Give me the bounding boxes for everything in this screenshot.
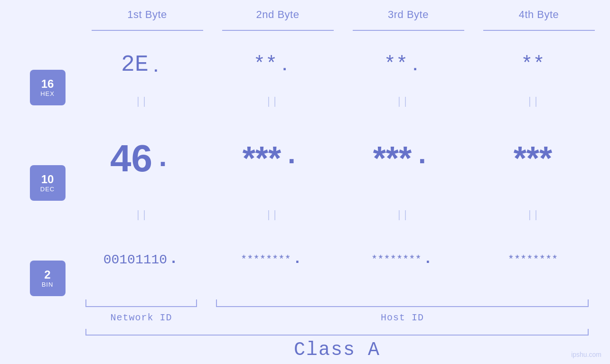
eq-sign-1-2: ||	[206, 95, 337, 108]
hex-row: 2E . ** . ** . **	[76, 35, 610, 94]
bracket-4	[474, 25, 604, 35]
bin-badge-number: 2	[44, 269, 50, 281]
dec-dot-3: .	[413, 140, 431, 177]
bracket-line-4	[483, 30, 595, 31]
bin-dot-1: .	[169, 250, 178, 270]
eq-cell-2-4: ||	[468, 209, 598, 222]
dec-badge-number: 10	[41, 173, 54, 186]
hex-badge-label: HEX	[40, 90, 55, 97]
bin-row: 00101110 . ******** . ******** . *******…	[76, 223, 610, 297]
dec-cell-4: ***	[468, 140, 598, 177]
bracket-line-3	[353, 30, 464, 31]
dec-cell-3: *** .	[337, 140, 468, 177]
byte-header-3: 3rd Byte	[343, 9, 474, 21]
byte-header-4: 4th Byte	[474, 9, 604, 21]
class-bracket	[76, 327, 598, 336]
eq-cell-1-1: ||	[76, 95, 206, 108]
class-label: Class A	[294, 339, 380, 361]
hex-badge: 16 HEX	[30, 70, 66, 105]
hex-cell-3: ** .	[337, 53, 468, 76]
bin-value-3: ********	[371, 254, 422, 266]
byte-headers: 1st Byte 2nd Byte 3rd Byte 4th Byte	[0, 0, 610, 21]
hex-value-4: **	[521, 53, 544, 76]
eq-sign-2-1: ||	[76, 209, 206, 222]
dec-value-1: 46	[110, 137, 152, 180]
byte-header-1: 1st Byte	[82, 9, 213, 21]
dec-badge: 10 DEC	[30, 165, 66, 201]
eq-cell-1-4: ||	[468, 95, 598, 108]
bracket-2	[213, 25, 343, 35]
rows-wrapper: 2E . ** . ** . ** ||	[76, 35, 610, 364]
hex-dot-3: .	[411, 57, 420, 76]
eq-row-1: || || || ||	[76, 94, 610, 109]
class-label-wrapper: Class A	[76, 339, 598, 361]
bin-cell-3: ******** .	[337, 250, 468, 270]
network-id-label: Network ID	[76, 312, 206, 323]
bin-cell-4: ********	[468, 254, 598, 266]
dec-value-3: ***	[373, 140, 412, 177]
host-id-text: Host ID	[381, 312, 424, 323]
eq-sign-1-3: ||	[337, 95, 468, 108]
network-bracket-line	[85, 299, 197, 307]
eq-cell-2-1: ||	[76, 209, 206, 222]
hex-cell-2: ** .	[206, 53, 337, 76]
eq-sign-2-3: ||	[337, 209, 468, 222]
id-labels-row: Network ID Host ID	[76, 309, 610, 326]
hex-dot-1: .	[151, 59, 160, 77]
bin-dot-2: .	[293, 250, 302, 270]
eq-sign-1-4: ||	[468, 95, 598, 108]
bin-cell-1: 00101110 .	[76, 250, 206, 270]
top-bracket-row	[0, 25, 610, 35]
hex-cell-1: 2E .	[76, 52, 206, 77]
class-bracket-row	[76, 326, 610, 336]
main-container: 1st Byte 2nd Byte 3rd Byte 4th Byte 16 H…	[0, 0, 610, 364]
host-id-bracket	[206, 298, 598, 307]
hex-cell-4: **	[468, 53, 598, 76]
bin-value-2: ********	[241, 254, 291, 266]
host-id-label: Host ID	[206, 312, 598, 323]
bin-cell-2: ******** .	[206, 250, 337, 270]
class-bracket-line	[85, 329, 589, 336]
hex-value-2: **	[253, 53, 277, 76]
eq-cell-2-2: ||	[206, 209, 337, 222]
eq-sign-2-4: ||	[468, 209, 598, 222]
host-bracket-line	[216, 299, 589, 307]
bracket-line-2	[222, 30, 334, 31]
dec-cell-1: 46 .	[76, 137, 206, 180]
eq-sign-1-1: ||	[76, 95, 206, 108]
bin-dot-3: .	[423, 250, 432, 270]
badge-column: 16 HEX 10 DEC 2 BIN	[19, 35, 76, 364]
eq-cell-2-3: ||	[337, 209, 468, 222]
hex-dot-2: .	[280, 57, 289, 76]
network-id-bracket	[76, 298, 206, 307]
hex-value-1: 2E	[121, 52, 149, 77]
dec-value-4: ***	[514, 140, 553, 177]
network-id-text: Network ID	[110, 312, 172, 323]
bin-badge: 2 BIN	[30, 261, 66, 296]
bin-badge-label: BIN	[42, 281, 54, 288]
hex-value-3: **	[384, 53, 408, 76]
dec-value-2: ***	[243, 140, 282, 177]
bin-value-4: ********	[508, 254, 558, 266]
eq-cell-1-2: ||	[206, 95, 337, 108]
bracket-line-1	[92, 30, 203, 31]
bracket-3	[343, 25, 474, 35]
bracket-1	[82, 25, 213, 35]
dec-dot-2: .	[283, 140, 300, 177]
dec-cell-2: *** .	[206, 140, 337, 177]
dec-badge-label: DEC	[40, 186, 55, 193]
dec-row: 46 . *** . *** . ***	[76, 109, 610, 207]
bin-value-1: 00101110	[103, 252, 167, 267]
inner-layout: 16 HEX 10 DEC 2 BIN 2E . **	[0, 35, 610, 364]
eq-sign-2-2: ||	[206, 209, 337, 222]
watermark: ipshu.com	[571, 351, 601, 358]
dec-dot-1: .	[154, 142, 171, 180]
class-label-row: Class A	[76, 336, 610, 364]
hex-badge-number: 16	[41, 78, 54, 90]
bottom-bracket-row	[76, 297, 610, 307]
byte-header-2: 2nd Byte	[213, 9, 343, 21]
eq-row-2: || || || ||	[76, 208, 610, 223]
eq-cell-1-3: ||	[337, 95, 468, 108]
